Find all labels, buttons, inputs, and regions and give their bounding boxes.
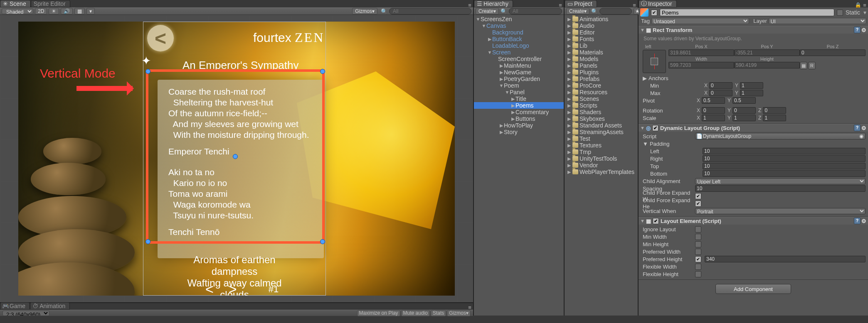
resize-handle-icon[interactable]: [145, 69, 150, 74]
mute-audio-toggle[interactable]: Mute audio: [401, 310, 430, 316]
project-search-input[interactable]: [599, 8, 632, 15]
help-icon[interactable]: [854, 125, 861, 131]
blueprint-mode-icon[interactable]: ▦: [800, 62, 807, 69]
foldout-icon[interactable]: ▶: [567, 37, 571, 42]
hierarchy-item-poems[interactable]: ▶Poems: [474, 102, 564, 109]
gear-icon[interactable]: ⚙: [861, 27, 866, 33]
anchor-max-y-input[interactable]: [740, 90, 763, 96]
hierarchy-item-howtoplay[interactable]: ▶HowToPlay: [474, 122, 564, 129]
cfeh-checkbox[interactable]: ✔: [695, 201, 701, 207]
spacing-input[interactable]: [695, 185, 866, 192]
project-folder-audio[interactable]: ▶Audio: [565, 22, 638, 29]
project-folder-unitytesttools[interactable]: ▶UnityTestTools: [565, 155, 638, 162]
foldout-icon[interactable]: ▼: [643, 141, 648, 147]
foldout-icon[interactable]: ▶: [567, 76, 571, 82]
fx-toggle-icon[interactable]: ▦: [74, 8, 85, 15]
project-create-dropdown[interactable]: Create ▾: [566, 8, 589, 15]
layer-dropdown[interactable]: UI: [769, 18, 866, 24]
height-input[interactable]: [734, 62, 800, 69]
foldout-icon[interactable]: ▼: [505, 90, 510, 95]
scale-z-input[interactable]: [763, 115, 786, 121]
width-input[interactable]: [668, 62, 734, 69]
project-folder-shaders[interactable]: ▶Shaders: [565, 109, 638, 115]
hierarchy-item-loadablelogo[interactable]: LoadableLogo: [474, 42, 564, 49]
scale-x-input[interactable]: [702, 115, 725, 121]
foldout-icon[interactable]: ▶: [567, 96, 571, 102]
project-folder-scenes[interactable]: ▶Scenes: [565, 95, 638, 102]
project-folder-textures[interactable]: ▶Textures: [565, 142, 638, 149]
foldout-icon[interactable]: ▶: [510, 96, 515, 102]
object-picker-icon[interactable]: ◉: [859, 133, 863, 139]
hierarchy-item-screencontroller[interactable]: ScreenController: [474, 56, 564, 62]
next-page-button[interactable]: >: [229, 281, 237, 296]
foldout-icon[interactable]: ▶: [567, 163, 571, 168]
project-folder-vendor[interactable]: ▶Vendor: [565, 162, 638, 169]
scene-viewport[interactable]: < ✦ fourtex ZEN An Emperor's Sympathy Ve…: [0, 15, 473, 302]
gameobject-active-checkbox[interactable]: ✔: [651, 10, 657, 16]
maximize-on-play-toggle[interactable]: Maximize on Play: [357, 310, 400, 316]
project-folder-scripts[interactable]: ▶Scripts: [565, 102, 638, 109]
foldout-icon[interactable]: ▼: [640, 27, 644, 32]
anchor-min-y-input[interactable]: [740, 82, 763, 89]
inspector-lock-icon[interactable]: 🔒: [855, 2, 861, 7]
scene-panel-menu-icon[interactable]: ≡: [466, 2, 473, 7]
foldout-icon[interactable]: ▶: [567, 23, 571, 29]
hierarchy-item-mainmenu[interactable]: ▶MainMenu: [474, 62, 564, 69]
component-enabled-checkbox[interactable]: ✔: [652, 125, 658, 131]
pivot-x-input[interactable]: [702, 97, 725, 104]
project-folder-test[interactable]: ▶Test: [565, 135, 638, 142]
foldout-icon[interactable]: ▶: [567, 103, 571, 108]
help-icon[interactable]: [854, 218, 861, 224]
pivot-handle-icon[interactable]: [233, 154, 238, 159]
foldout-icon[interactable]: ▶: [567, 43, 571, 49]
scene-search-input[interactable]: [389, 8, 471, 15]
foldout-icon[interactable]: ▶: [567, 83, 571, 88]
vertical-when-dropdown[interactable]: Portrait: [695, 208, 866, 214]
foldout-icon[interactable]: ▶: [487, 37, 492, 42]
child-alignment-dropdown[interactable]: Upper Left: [695, 178, 866, 184]
inspector-panel-menu-icon[interactable]: ≡: [861, 2, 868, 7]
foldout-icon[interactable]: ▶: [499, 123, 504, 128]
hierarchy-item-title[interactable]: ▶Title: [474, 95, 564, 102]
cfew-checkbox[interactable]: ✔: [695, 193, 701, 199]
scale-y-input[interactable]: [732, 115, 756, 121]
foldout-icon[interactable]: ▶: [567, 156, 571, 162]
foldout-icon[interactable]: ▶: [567, 136, 571, 142]
foldout-icon[interactable]: ▼: [476, 17, 481, 22]
tab-hierarchy[interactable]: ☰ Hierarchy: [474, 0, 513, 7]
padding-right-input[interactable]: [703, 155, 866, 162]
project-folder-resources[interactable]: ▶Resources: [565, 89, 638, 95]
tab-project[interactable]: ▭ Project: [565, 0, 597, 7]
game-panel-menu-icon[interactable]: ≡: [466, 305, 473, 310]
foldout-icon[interactable]: ▶: [510, 110, 515, 115]
project-folder-tmp[interactable]: ▶Tmp: [565, 149, 638, 155]
hierarchy-create-dropdown[interactable]: Create ▾: [476, 8, 499, 15]
foldout-icon[interactable]: ▶: [567, 149, 571, 155]
foldout-icon[interactable]: ▼: [640, 218, 644, 223]
foldout-icon[interactable]: ▶: [499, 76, 504, 82]
foldout-icon[interactable]: ▶: [510, 103, 515, 108]
hierarchy-item-buttons[interactable]: ▶Buttons: [474, 115, 564, 122]
dynamic-layout-header[interactable]: ▼ ◎ ✔ Dynamic Layout Group (Script) ⚙: [639, 124, 868, 132]
foldout-icon[interactable]: ▼: [481, 23, 486, 28]
tab-inspector[interactable]: ⓘ Inspector: [639, 0, 677, 7]
padding-top-input[interactable]: [703, 163, 866, 169]
tab-animation[interactable]: ⏱ Animation: [30, 302, 70, 310]
foldout-icon[interactable]: ▶: [499, 70, 504, 75]
foldout-icon[interactable]: ▶: [567, 116, 571, 122]
tab-scene[interactable]: ✳ Scene: [0, 0, 31, 7]
gameobject-name-input[interactable]: [660, 9, 834, 16]
hierarchy-item-poem[interactable]: ▼Poem: [474, 82, 564, 89]
project-folder-standard-assets[interactable]: ▶Standard Assets: [565, 122, 638, 129]
project-folder-editor[interactable]: ▶Editor: [565, 29, 638, 36]
resize-handle-icon[interactable]: [145, 239, 150, 244]
hierarchy-item-story[interactable]: ▶Story: [474, 129, 564, 135]
hierarchy-item-newgame[interactable]: ▶NewGame: [474, 69, 564, 76]
gizmos-toggle[interactable]: Gizmos ▾: [447, 310, 471, 316]
project-folder-webplayertemplates[interactable]: ▶WebPlayerTemplates: [565, 169, 638, 175]
add-component-button[interactable]: Add Component: [715, 284, 791, 294]
project-folder-materials[interactable]: ▶Materials: [565, 49, 638, 56]
foldout-icon[interactable]: ▶: [643, 75, 647, 81]
pivot-y-input[interactable]: [732, 97, 756, 104]
foldout-icon[interactable]: ▼: [640, 125, 644, 130]
